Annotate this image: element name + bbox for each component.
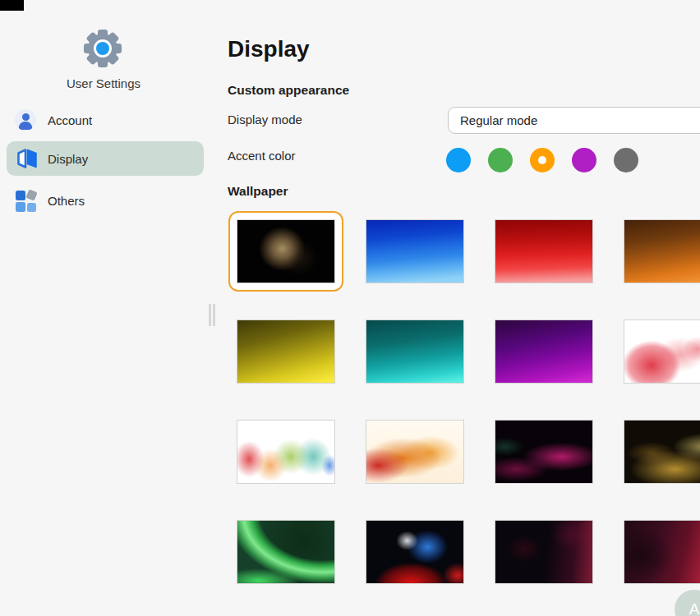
sidebar-resize-handle[interactable] [209,304,217,326]
wallpaper-option-green-swirls[interactable] [228,512,343,592]
wallpaper-option-rainbow-silk-on-white[interactable] [228,411,343,492]
wallpaper-thumbnail-orange-flame-on-cream [366,420,464,484]
floating-action-label: A [689,600,700,616]
wallpaper-option-orange-flame-on-cream[interactable] [357,411,472,492]
wallpaper-option-olive-yellow-waves[interactable] [228,311,343,392]
wallpaper-option-dark-red-shadow[interactable] [486,512,601,592]
settings-gear-icon [84,30,122,67]
wallpaper-thumbnail-gold-waves-dark [624,420,700,484]
wallpaper-thumbnail-dark-red-shadow [495,520,593,584]
accent-color-swatches [446,148,638,172]
sidebar-item-label: Others [48,194,85,208]
others-grid-icon [16,190,38,212]
wallpaper-heading: Wallpaper [228,184,288,199]
accent-color-label: Accent color [228,149,296,163]
accent-swatch-magenta[interactable] [572,148,596,172]
wallpaper-option-gold-waves-dark[interactable] [615,411,700,492]
wallpaper-option-dark-animal-portrait[interactable] [228,211,343,292]
accent-swatch-gray[interactable] [614,148,638,172]
floating-action-button[interactable]: A [675,590,700,616]
wallpaper-thumbnail-dark-animal-portrait [237,219,335,283]
settings-window: User Settings Account Display Others [0,0,700,616]
wallpaper-thumbnail-red-waves [495,219,593,283]
wallpaper-thumbnail-red-silk-on-white [624,319,700,384]
wallpaper-option-red-waves[interactable] [486,211,601,292]
wallpaper-option-red-silk-on-white[interactable] [615,311,700,392]
sidebar-item-account[interactable]: Account [7,103,204,137]
wallpaper-thumbnail-green-swirls [237,520,335,584]
wallpaper-option-purple-waves[interactable] [486,311,601,392]
wallpaper-thumbnail-rainbow-silk-on-white [237,420,335,484]
sidebar-item-others[interactable]: Others [7,183,204,218]
wallpaper-thumbnail-purple-waves [495,319,593,384]
display-mode-value: Regular mode [460,113,537,127]
wallpaper-thumbnail-teal-waves [366,319,464,384]
wallpaper-option-blue-red-ink-dark[interactable] [357,512,472,592]
wallpaper-thumbnail-blue-red-ink-dark [366,520,464,584]
display-mode-label: Display mode [228,113,302,126]
display-panels-icon [16,147,39,170]
wallpaper-thumbnail-crimson-abstract [624,520,700,584]
custom-appearance-heading: Custom appearance [228,83,349,98]
wallpaper-option-teal-waves[interactable] [357,311,472,392]
sidebar-item-label: Display [48,152,88,166]
wallpaper-thumbnail-olive-yellow-waves [237,319,335,384]
wallpaper-option-blue-waves[interactable] [357,211,472,292]
wallpaper-option-magenta-smoke-dark[interactable] [486,411,601,492]
accent-swatch-orange[interactable] [530,148,555,172]
wallpaper-option-orange-brown-waves[interactable] [615,211,700,292]
sidebar: User Settings Account Display Others [0,0,212,616]
wallpaper-thumbnail-blue-waves [366,219,464,283]
wallpaper-option-crimson-abstract[interactable] [615,512,700,592]
page-title: Display [228,36,310,62]
accent-swatch-blue[interactable] [446,148,471,172]
sidebar-item-display[interactable]: Display [7,141,204,176]
wallpaper-grid [228,211,700,592]
wallpaper-thumbnail-orange-brown-waves [624,219,700,283]
accent-swatch-green[interactable] [488,148,513,172]
sidebar-item-label: Account [48,113,92,127]
account-person-icon [15,109,36,131]
sidebar-title: User Settings [0,76,207,90]
wallpaper-thumbnail-magenta-smoke-dark [495,420,593,484]
display-mode-select[interactable]: Regular mode [448,107,700,134]
